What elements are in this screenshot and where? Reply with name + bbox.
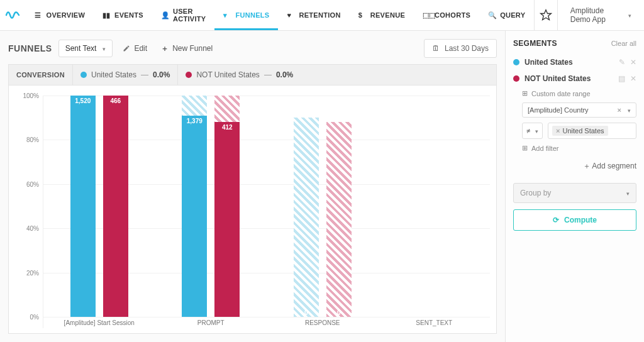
- app-selector[interactable]: Amplitude Demo App: [558, 0, 644, 30]
- dollar-icon: $: [358, 11, 367, 19]
- nav-retention[interactable]: ♥RETENTION: [278, 0, 349, 30]
- bar-value: 1,379: [182, 118, 207, 124]
- bars-icon: ▮▮: [103, 11, 111, 19]
- custom-date-range-button[interactable]: ⊞Custom date range: [522, 89, 636, 97]
- chevron-down-icon: [625, 106, 631, 114]
- x-label: [Amplitude] Start Session: [43, 317, 155, 328]
- main-nav: ☰OVERVIEW ▮▮EVENTS 👤USER ACTIVITY ▾FUNNE…: [26, 0, 535, 30]
- bar-value: 1,520: [70, 97, 96, 104]
- funnel-chart: 0%20%40%60%80%100%1,5204661,37941200[Amp…: [8, 86, 497, 334]
- nav-query[interactable]: 🔍QUERY: [479, 0, 534, 30]
- save-icon[interactable]: ▤: [618, 74, 625, 83]
- bar-value: 412: [214, 124, 240, 131]
- funnel-icon: ▾: [223, 11, 231, 19]
- nav-revenue[interactable]: $REVENUE: [350, 0, 414, 30]
- chart-bar[interactable]: 0: [326, 122, 352, 317]
- x-label: PROMPT: [155, 317, 267, 328]
- close-icon[interactable]: ✕: [630, 74, 636, 83]
- pencil-icon[interactable]: ✎: [619, 58, 625, 67]
- conversion-bar: CONVERSION United States — 0.0% NOT Unit…: [8, 64, 497, 86]
- plus-box-icon: ⊞: [522, 89, 528, 97]
- chevron-down-icon: [626, 11, 631, 19]
- funnel-toolbar: FUNNELS Sent Text Edit ＋ New Funnel 🗓 La…: [8, 39, 497, 58]
- refresh-icon: ⟳: [553, 216, 559, 224]
- search-icon: 🔍: [488, 11, 496, 19]
- chart-group: 1,379412: [155, 96, 267, 317]
- new-funnel-button[interactable]: ＋ New Funnel: [157, 43, 216, 54]
- chevron-down-icon: [624, 189, 630, 197]
- segment-item-2[interactable]: NOT United States ▤✕: [513, 70, 636, 87]
- nav-cohorts[interactable]: ⬚⬚COHORTS: [414, 0, 479, 30]
- y-tick: 100%: [23, 92, 39, 99]
- segment-item-1[interactable]: United States ✎✕: [513, 54, 636, 70]
- conversion-label: CONVERSION: [9, 65, 72, 84]
- compute-button[interactable]: ⟳Compute: [513, 209, 636, 231]
- chevron-down-icon: [100, 44, 106, 53]
- chart-bar[interactable]: 466: [103, 96, 128, 317]
- x-label: RESPONSE: [267, 317, 379, 328]
- plus-icon: ＋: [583, 162, 591, 170]
- conversion-seg-1: United States — 0.0%: [72, 65, 177, 85]
- nav-events[interactable]: ▮▮EVENTS: [94, 0, 152, 30]
- dashboard-icon: ☰: [35, 11, 43, 19]
- chart-group: 1,520466: [43, 96, 155, 317]
- y-tick: 80%: [26, 136, 39, 143]
- page-title: FUNNELS: [8, 43, 52, 53]
- chart-bar[interactable]: 1,520: [70, 96, 96, 317]
- filter-field-select[interactable]: [Amplitude] Country ×: [522, 102, 636, 118]
- user-icon: 👤: [161, 11, 169, 19]
- segments-sidebar: SEGMENTS Clear all United States ✎✕ NOT …: [506, 31, 644, 342]
- y-tick: 0%: [30, 314, 39, 321]
- logo[interactable]: [0, 0, 26, 30]
- pencil-icon: [123, 45, 130, 52]
- add-segment-button[interactable]: ＋ Add segment: [513, 161, 636, 172]
- nav-overview[interactable]: ☰OVERVIEW: [26, 0, 94, 30]
- add-filter-button[interactable]: ⊞Add filter: [522, 144, 636, 152]
- close-icon[interactable]: ✕: [630, 58, 636, 67]
- y-tick: 40%: [26, 225, 39, 232]
- filter-value-tag: ×United States: [552, 126, 608, 136]
- funnel-select[interactable]: Sent Text: [58, 40, 113, 57]
- plus-box-icon: ⊞: [522, 144, 528, 152]
- y-tick: 60%: [26, 180, 39, 187]
- x-label: SENT_TEXT: [379, 317, 491, 328]
- filter-operator-select[interactable]: ≠: [522, 123, 543, 139]
- plus-icon: ＋: [161, 43, 169, 54]
- chevron-down-icon: [533, 127, 538, 135]
- segments-title: SEGMENTS: [513, 39, 557, 48]
- svg-marker-0: [541, 10, 552, 20]
- chart-bar[interactable]: 0: [294, 118, 319, 317]
- bar-value: 466: [103, 97, 128, 104]
- chart-group: 00: [267, 96, 379, 317]
- remove-tag-icon[interactable]: ×: [556, 127, 560, 135]
- content-area: FUNNELS Sent Text Edit ＋ New Funnel 🗓 La…: [0, 31, 506, 342]
- segment-color-dot: [186, 72, 192, 78]
- favorite-button[interactable]: [534, 0, 557, 30]
- segment-color-dot: [80, 72, 87, 78]
- edit-button[interactable]: Edit: [119, 44, 151, 53]
- calendar-icon: 🗓: [432, 44, 440, 53]
- remove-filter-icon[interactable]: ×: [618, 106, 621, 114]
- clear-all-button[interactable]: Clear all: [611, 40, 636, 47]
- star-icon: [540, 9, 552, 21]
- segment-color-dot: [513, 75, 519, 82]
- chart-bar[interactable]: 1,379: [182, 96, 207, 317]
- nav-funnels[interactable]: ▾FUNNELS: [214, 0, 278, 30]
- chart-group: [379, 96, 491, 317]
- conversion-seg-2: NOT United States — 0.0%: [177, 65, 301, 85]
- nav-user-activity[interactable]: 👤USER ACTIVITY: [152, 0, 215, 30]
- filter-value-input[interactable]: ×United States: [548, 123, 636, 139]
- chart-bar[interactable]: 412: [214, 96, 240, 317]
- app-header: ☰OVERVIEW ▮▮EVENTS 👤USER ACTIVITY ▾FUNNE…: [0, 0, 644, 31]
- segment-color-dot: [513, 59, 519, 65]
- cohorts-icon: ⬚⬚: [423, 11, 431, 19]
- group-by-select[interactable]: Group by: [513, 183, 636, 203]
- y-tick: 20%: [26, 269, 39, 276]
- date-range-button[interactable]: 🗓 Last 30 Days: [424, 39, 497, 58]
- heart-icon: ♥: [287, 11, 295, 19]
